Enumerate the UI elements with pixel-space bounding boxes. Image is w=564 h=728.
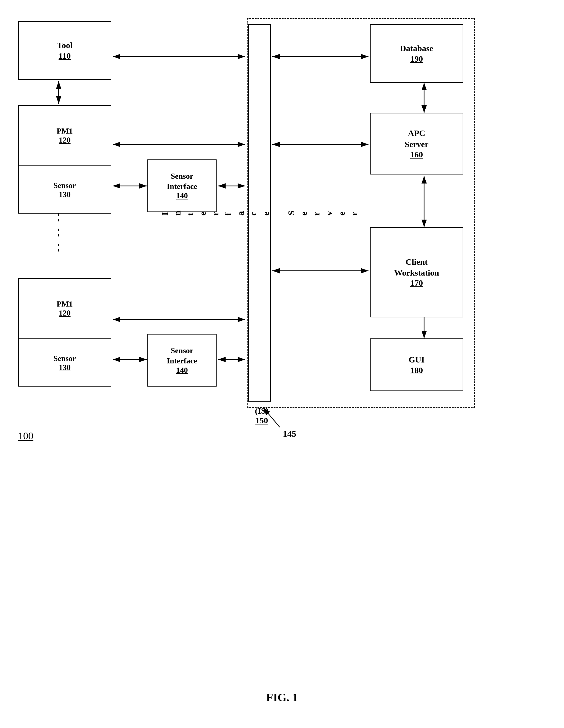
apc-server-box: APC Server 160 [370, 113, 463, 174]
client-workstation-number: 170 [410, 278, 423, 288]
sensor-top-label: Sensor [53, 181, 76, 190]
tool-label: Tool [57, 40, 72, 51]
gui-label: GUI [409, 354, 425, 365]
pm1-top-number: 120 [59, 136, 71, 145]
tool-box: Tool 110 [18, 21, 111, 80]
apc-server-label: APC Server [405, 128, 428, 150]
label-145: 145 [283, 429, 296, 439]
diagram-number: 100 [18, 430, 33, 442]
sensor-interface-bot-number: 140 [176, 366, 188, 375]
sensor-bot-label: Sensor [53, 354, 76, 363]
database-box: Database 190 [370, 24, 463, 83]
sensor-top-number: 130 [59, 190, 71, 199]
pm1-top-box: PM1 120 Sensor 130 [18, 105, 111, 214]
gui-number: 180 [410, 366, 423, 375]
pm1-bot-number: 120 [59, 309, 71, 318]
pm1-top-label: PM1 [57, 127, 72, 136]
sensor-interface-bot-box: Sensor Interface 140 [147, 334, 217, 387]
pm1-bottom-box: PM1 120 Sensor 130 [18, 278, 111, 387]
tool-number: 110 [59, 51, 71, 61]
database-label: Database [400, 43, 433, 54]
database-number: 190 [410, 54, 423, 64]
apc-server-number: 160 [410, 150, 423, 159]
pm1-bot-label: PM1 [57, 300, 72, 309]
client-workstation-label: Client Workstation [394, 257, 439, 279]
gui-box: GUI 180 [370, 338, 463, 391]
is-label-area: (IS) 150 [251, 406, 272, 425]
sensor-interface-bot-label: Sensor Interface [167, 346, 197, 366]
interface-server-box: InterfaceServer [248, 24, 271, 402]
figure-label: FIG. 1 [266, 691, 298, 704]
sensor-bot-number: 130 [59, 363, 71, 372]
client-workstation-box: Client Workstation 170 [370, 227, 463, 317]
interface-server-label: InterfaceServer [159, 210, 361, 216]
diagram-area: Tool 110 PM1 120 Sensor 130 Sensor Inter… [0, 0, 564, 662]
